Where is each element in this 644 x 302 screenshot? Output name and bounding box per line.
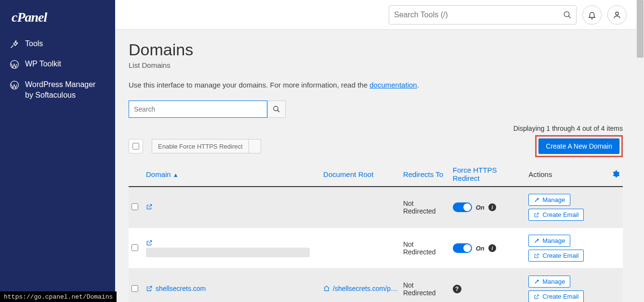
bulk-row: Enable Force HTTPS Redirect Create A New… — [129, 135, 623, 157]
https-toggle[interactable] — [453, 202, 472, 212]
create-domain-highlight: Create A New Domain — [535, 135, 623, 157]
bulk-https-group: Enable Force HTTPS Redirect — [152, 139, 261, 153]
domain-link[interactable] — [146, 203, 153, 210]
row-checkbox[interactable] — [131, 203, 138, 210]
wrench-icon — [534, 197, 539, 203]
row-actions: ManageCreate Email — [528, 235, 620, 262]
notifications-button[interactable] — [582, 5, 602, 25]
redirects-cell: Not Redirected — [400, 269, 450, 302]
home-icon — [323, 285, 330, 292]
wrench-icon — [534, 238, 539, 244]
filter-row — [129, 101, 623, 118]
https-toggle-wrap: Oni — [453, 202, 523, 212]
wordpress-icon — [10, 60, 19, 69]
https-toggle-wrap: Oni — [453, 243, 523, 253]
manage-button[interactable]: Manage — [528, 194, 570, 206]
col-domain[interactable]: Domain▲ — [143, 162, 320, 187]
result-count-text: Displaying 1 through 4 out of 4 items — [129, 125, 623, 132]
row-checkbox[interactable] — [131, 285, 138, 292]
domain-link[interactable] — [146, 239, 153, 246]
col-actions: Actions — [526, 162, 608, 187]
col-force-https[interactable]: Force HTTPS Redirect — [450, 162, 526, 187]
https-toggle-label: On — [476, 204, 485, 211]
sidebar-item-wp-manager[interactable]: WordPress Manager by Softaculous — [0, 75, 115, 106]
intro-prefix: Use this interface to manage your domain… — [129, 81, 369, 89]
wrench-icon — [534, 279, 539, 285]
sidebar-item-label: WP Toolkit — [25, 59, 61, 69]
row-actions: ManageCreate Email — [528, 194, 620, 221]
domain-link[interactable]: shellsecrets.com — [146, 285, 206, 292]
manage-button[interactable]: Manage — [528, 235, 570, 247]
account-button[interactable] — [607, 5, 627, 25]
main-area: Domains List Domains Use this interface … — [115, 0, 636, 302]
content-area: Domains List Domains Use this interface … — [115, 30, 636, 302]
external-link-icon — [534, 212, 539, 218]
tools-icon — [10, 39, 19, 49]
sidebar-item-label: WordPress Manager by Softaculous — [25, 79, 105, 101]
domain-search-input[interactable] — [129, 101, 267, 118]
sidebar-item-label: Tools — [25, 38, 43, 49]
domain-search-button[interactable] — [267, 101, 286, 118]
https-toggle[interactable] — [453, 243, 472, 253]
topbar — [115, 0, 636, 30]
external-link-icon — [534, 253, 539, 259]
row-checkbox[interactable] — [131, 244, 138, 251]
svg-point-4 — [616, 12, 618, 15]
select-all-checkbox[interactable] — [132, 143, 139, 150]
redacted-block — [146, 248, 310, 257]
create-domain-button[interactable]: Create A New Domain — [539, 138, 619, 154]
documentation-link[interactable]: documentation — [369, 81, 417, 89]
brand-text: cPanel — [12, 10, 47, 25]
scrollbar-thumb[interactable] — [637, 0, 644, 58]
scrollbar-track[interactable] — [636, 0, 644, 302]
domains-table: Domain▲ Document Root Redirects To Force… — [129, 162, 623, 302]
enable-https-button[interactable]: Enable Force HTTPS Redirect — [152, 139, 249, 153]
enable-https-dropdown[interactable] — [249, 139, 261, 153]
sidebar-item-wp-toolkit[interactable]: WP Toolkit — [0, 54, 115, 74]
intro-suffix: . — [417, 81, 419, 89]
sidebar: cPanel Tools WP Toolkit WordPress Manage… — [0, 0, 115, 302]
svg-point-2 — [564, 12, 569, 17]
external-link-icon — [146, 285, 153, 292]
search-tools-input[interactable] — [389, 5, 577, 25]
intro-text: Use this interface to manage your domain… — [129, 81, 623, 89]
create-email-button[interactable]: Create Email — [528, 290, 584, 302]
manage-button[interactable]: Manage — [528, 276, 570, 288]
table-row: shellsecrets.com/shellsecrets.com/p…Not … — [129, 269, 623, 302]
external-link-icon — [534, 294, 539, 300]
svg-line-6 — [277, 110, 279, 112]
svg-line-3 — [568, 16, 571, 18]
info-icon[interactable]: i — [488, 244, 496, 252]
info-icon[interactable]: i — [488, 203, 496, 211]
doc-root-link[interactable]: /shellsecrets.com/p… — [323, 285, 397, 292]
search-icon[interactable] — [563, 11, 572, 19]
table-row: Not RedirectedOniManageCreate Email — [129, 228, 623, 269]
external-link-icon — [146, 203, 153, 210]
row-actions: ManageCreate Email — [528, 276, 620, 302]
page-subtitle: List Domains — [129, 61, 623, 69]
sidebar-item-tools[interactable]: Tools — [0, 34, 115, 54]
domain-name: shellsecrets.com — [156, 285, 206, 292]
svg-point-5 — [274, 106, 278, 111]
table-row: Not RedirectedOniManageCreate Email — [129, 187, 623, 228]
create-email-button[interactable]: Create Email — [528, 250, 584, 262]
external-link-icon — [146, 239, 153, 246]
https-toggle-label: On — [476, 245, 485, 252]
redirects-cell: Not Redirected — [400, 187, 450, 228]
create-email-button[interactable]: Create Email — [528, 209, 584, 221]
page-title: Domains — [129, 40, 623, 59]
select-all-wrap — [129, 139, 143, 153]
brand-logo: cPanel — [0, 10, 115, 34]
table-settings-button[interactable] — [608, 162, 623, 187]
status-bar: https://go.cpanel.net/Domains — [0, 291, 117, 302]
col-redirects[interactable]: Redirects To — [400, 162, 450, 187]
doc-root-path: /shellsecrets.com/p… — [333, 285, 397, 292]
redirects-cell: Not Redirected — [400, 228, 450, 269]
search-tools-wrap — [389, 5, 577, 25]
sort-asc-icon: ▲ — [173, 172, 179, 178]
help-icon[interactable]: ? — [453, 285, 461, 293]
col-doc-root[interactable]: Document Root — [320, 162, 400, 187]
wordpress-icon — [10, 80, 19, 90]
